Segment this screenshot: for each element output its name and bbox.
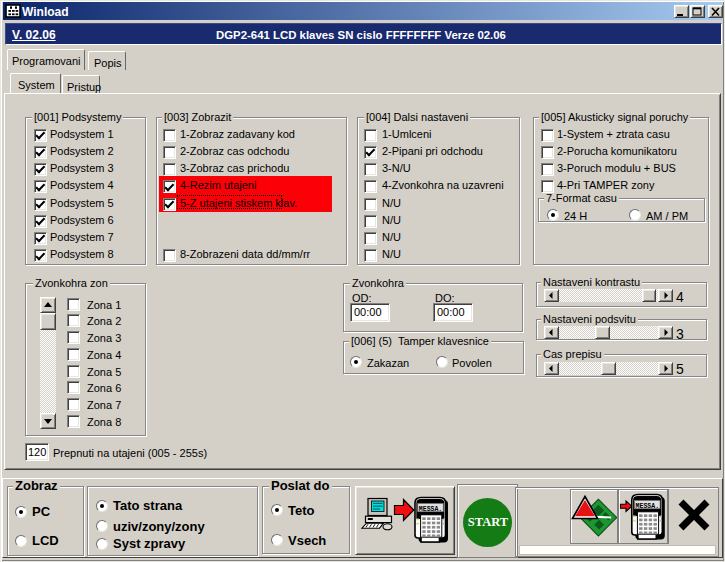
svg-text:MESSA.: MESSA.: [419, 505, 443, 513]
svg-text:MESSA.: MESSA.: [636, 502, 660, 510]
